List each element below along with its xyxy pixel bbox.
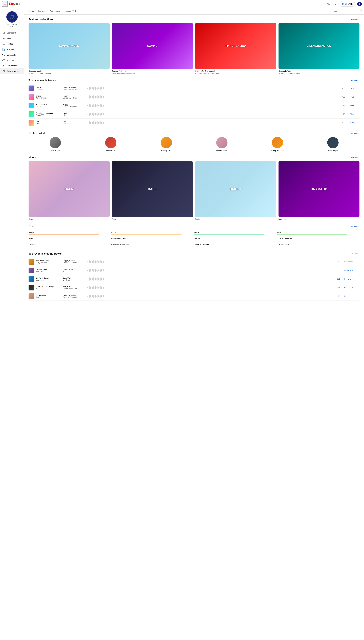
genre-item-folk[interactable]: Folk & Acoustic	[277, 242, 360, 248]
sidebar-item-creator-music[interactable]: 🎵 Creator Music	[0, 68, 24, 74]
mood-card-dramatic[interactable]: DRAMATIC Dramatic	[278, 161, 360, 220]
track-price-invisible[interactable]: FREE	[346, 96, 354, 98]
collection-card-seasonal[interactable]: SUMMER VIBES Seasonal music 44 tracks · …	[28, 23, 110, 74]
track-menu-fearless[interactable]: ⋮	[356, 104, 360, 107]
revenue-tracks-header: Top revenue sharing tracks VIEW ALL	[28, 252, 360, 255]
artist-card-saucy[interactable]: Saucy Santana	[251, 137, 304, 152]
sidebar-item-analytics[interactable]: 📊 Analytics	[0, 47, 24, 52]
sidebar-item-videos[interactable]: ▶ Videos	[0, 36, 24, 41]
moods-view-all[interactable]: VIEW ALL	[351, 156, 360, 158]
avatar[interactable]: T	[357, 2, 362, 6]
genre-item-ambient[interactable]: Ambient	[111, 230, 194, 236]
genre-item-blues[interactable]: Blues	[28, 236, 111, 242]
genre-item-dance[interactable]: Dance & Electronic	[194, 242, 277, 248]
rev-share-button-summerday[interactable]: Rev-share ↑	[342, 295, 354, 297]
rev-track-menu-banjo[interactable]: ⋮	[356, 260, 360, 263]
genre-bar-arabic	[194, 234, 264, 234]
artist-card-yoss[interactable]: Yoss Bones	[28, 137, 82, 152]
rev-track-menu-sapient[interactable]: ⋮	[356, 269, 360, 272]
track-waveform-andi[interactable]	[87, 120, 338, 125]
revenue-tracks-view-all[interactable]: VIEW ALL	[351, 253, 360, 255]
sidebar-item-monetization[interactable]: $ Monetization	[0, 63, 24, 68]
genre-bar-asian	[277, 234, 347, 234]
track-price-cradles[interactable]: FREE	[346, 87, 354, 89]
genre-item-asian[interactable]: Asian	[277, 230, 360, 236]
track-row-cradles[interactable]: Cradles Sub Urban Happy, Dramatic Indie …	[28, 84, 360, 93]
rev-track-menu-sixforty[interactable]: ⋮	[356, 278, 360, 280]
collection-label-gaming: GAMING	[112, 23, 193, 69]
mood-card-bright[interactable]: BRIGHT Bright	[195, 161, 276, 220]
track-price-fearless[interactable]: FREE	[346, 104, 354, 106]
artist-card-fireboy[interactable]: Fireboy DML	[140, 137, 193, 152]
sidebar-item-comments[interactable]: 💬 Comments	[0, 52, 24, 58]
tab-home[interactable]: Home	[26, 8, 36, 14]
collection-card-hiphop[interactable]: HIP-HOP ENERGY Hip-hop for Choreography …	[195, 23, 276, 74]
tab-license-faq[interactable]: License FAQ	[62, 8, 78, 14]
rev-track-menu-icant[interactable]: ⋮	[356, 286, 360, 289]
genre-item-classical[interactable]: Classical	[28, 242, 111, 248]
artist-card-kevin[interactable]: Kevin Kaarl	[84, 137, 137, 152]
genre-item-african[interactable]: African	[28, 230, 111, 236]
rev-share-button-sapient[interactable]: Rev-share ↑	[342, 269, 354, 272]
search-input[interactable]	[331, 9, 362, 13]
rev-track-artist-sixforty: Instupendo	[36, 279, 61, 281]
genre-name-blues: Blues	[28, 237, 111, 240]
rev-share-button-sixforty[interactable]: Rev-share ↑	[342, 278, 354, 280]
mood-card-calm[interactable]: CALM Calm	[28, 161, 110, 220]
track-menu-invisible[interactable]: ⋮	[356, 96, 360, 98]
rev-share-button-banjo[interactable]: Rev-share ↑	[342, 261, 354, 263]
track-menu-andi[interactable]: ⋮	[356, 121, 360, 124]
help-button[interactable]: ?	[334, 1, 337, 6]
tab-browse[interactable]: Browse	[36, 8, 47, 14]
rev-track-row-sixforty[interactable]: Six Forty Seven Instupendo Sad, Chill El…	[28, 275, 360, 284]
genre-item-brazilian[interactable]: Brazilian	[194, 236, 277, 242]
track-row-fearless[interactable]: Fearless Pt II Lost Sky Happy Dance & El…	[28, 101, 360, 110]
rev-track-waveform-sapient[interactable]	[87, 268, 333, 273]
rev-share-button-icant[interactable]: Rev-share ↑	[342, 286, 354, 288]
create-button[interactable]: ⊕ CREATE	[340, 1, 355, 6]
track-menu-seguimos[interactable]: ⋮	[356, 113, 360, 116]
track-waveform-invisible[interactable]	[87, 95, 338, 99]
collection-card-gaming[interactable]: GAMING Gaming Anthems 26 tracks · Update…	[112, 23, 193, 74]
track-price-seguimos[interactable]: $9.99	[346, 113, 354, 115]
collection-card-cinematic[interactable]: CINEMATIC ACTION Cinematic Action 20 tra…	[278, 23, 360, 74]
top-tracks-view-all[interactable]: VIEW ALL	[351, 79, 360, 82]
tab-library[interactable]: Your Library	[47, 8, 62, 14]
rev-track-duration-sixforty: 2:01	[335, 278, 340, 280]
genres-header: Genres VIEW ALL	[28, 225, 360, 228]
track-waveform-fearless[interactable]	[87, 103, 338, 108]
genres-view-all[interactable]: VIEW ALL	[351, 225, 360, 227]
rev-track-waveform-summerday[interactable]	[87, 294, 333, 298]
rev-track-waveform-sixforty[interactable]	[87, 277, 333, 281]
genre-item-bollywood[interactable]: Bollywood & Desi	[111, 236, 194, 242]
rev-track-row-sapient[interactable]: Sapientdream Past lives Happy, Chill Pop…	[28, 266, 360, 275]
featured-collections-view-all[interactable]: VIEW ALL	[351, 18, 360, 20]
rev-track-row-banjo[interactable]: The Banjo Beat Ricky Desktop Happy, Upbe…	[28, 258, 360, 266]
explore-artists-view-all[interactable]: VIEW ALL	[351, 132, 360, 134]
rev-track-waveform-banjo[interactable]	[87, 260, 333, 264]
hamburger-button[interactable]	[2, 1, 8, 7]
track-waveform-cradles[interactable]	[87, 86, 338, 90]
genre-item-country[interactable]: Country & Americana	[111, 242, 194, 248]
sidebar-item-subtitles[interactable]: CC Subtitles	[0, 58, 24, 63]
track-menu-cradles[interactable]: ⋮	[356, 87, 360, 90]
track-row-andi[interactable]: And I MO3 Sad R&B, Soul 3:23 $29.99 ⋮	[28, 118, 360, 127]
track-row-seguimos[interactable]: Seguimos Laborando Grupo 360 Happy Hip-h…	[28, 110, 360, 118]
sidebar-item-playlists[interactable]: ☰ Playlists	[0, 41, 24, 47]
artist-card-brent[interactable]: Brent Faiyaz	[306, 137, 360, 152]
rev-track-waveform-icant[interactable]	[87, 285, 333, 290]
search-button[interactable]: 🔍	[326, 1, 331, 7]
artist-card-ashley[interactable]: Ashley Cooke	[195, 137, 248, 152]
track-row-invisible[interactable]: Invisible Julius Dreisig Happy Dance & E…	[28, 93, 360, 101]
rev-track-row-icant[interactable]: I Can't Handle Change Roar Sad, Chill In…	[28, 284, 360, 292]
rev-track-menu-summerday[interactable]: ⋮	[356, 295, 360, 298]
mood-card-dark[interactable]: DARK Dark	[112, 161, 193, 220]
logo-area: Studio	[2, 1, 20, 7]
track-info-fearless: Fearless Pt II Lost Sky	[36, 104, 61, 108]
sidebar-item-dashboard[interactable]: ⊞ Dashboard	[0, 30, 24, 36]
rev-track-row-summerday[interactable]: Summer Day TimTaj Happy, Uplifting Dance…	[28, 292, 360, 301]
track-price-andi[interactable]: $29.99	[346, 122, 354, 124]
genre-item-arabic[interactable]: Arabic	[194, 230, 277, 236]
genre-item-christian[interactable]: Christian & Gospel	[277, 236, 360, 242]
track-waveform-seguimos[interactable]	[87, 112, 338, 116]
